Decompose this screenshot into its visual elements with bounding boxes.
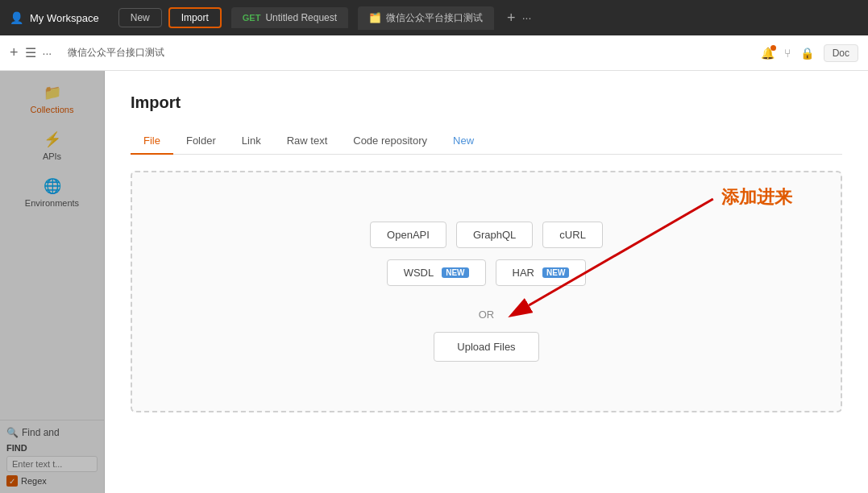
branch-icon[interactable]: ⑂ xyxy=(784,47,791,60)
method-badge: GET xyxy=(243,13,261,23)
annotation-text: 添加进来 xyxy=(721,185,792,209)
openapi-button[interactable]: OpenAPI xyxy=(370,222,446,248)
or-divider: OR xyxy=(479,309,495,321)
annotation: 添加进来 xyxy=(721,185,792,209)
tab-code-repository[interactable]: Code repository xyxy=(340,128,440,155)
format-row-2: WSDL NEW HAR NEW xyxy=(387,259,587,286)
upload-files-button[interactable]: Upload Files xyxy=(434,332,538,362)
lock-icon[interactable]: 🔒 xyxy=(800,47,814,60)
cn-second-tab[interactable]: 微信公众平台接口测试 xyxy=(58,43,174,63)
second-more-button[interactable]: ··· xyxy=(43,47,52,60)
workspace-name: My Workspace xyxy=(30,12,99,24)
tab-new[interactable]: New xyxy=(440,128,487,155)
graphql-button[interactable]: GraphQL xyxy=(456,222,533,248)
har-button[interactable]: HAR NEW xyxy=(496,259,587,286)
wsdl-new-badge: NEW xyxy=(442,267,468,278)
import-button[interactable]: Import xyxy=(168,7,222,28)
notification-dot xyxy=(770,45,776,51)
new-button[interactable]: New xyxy=(118,8,162,27)
import-modal: Import File Folder Link Raw text Code re… xyxy=(105,71,868,493)
user-icon: 👤 xyxy=(10,11,23,24)
curl-button[interactable]: cURL xyxy=(542,222,603,248)
list-view-button[interactable]: ☰ xyxy=(25,45,36,60)
top-bar: 👤 My Workspace New Import GET Untitled R… xyxy=(0,0,868,35)
add-tab-button[interactable]: + xyxy=(507,10,516,27)
drop-zone[interactable]: 添加进来 OpenAPI GraphQL cURL WSDL NEW HAR N… xyxy=(131,171,842,412)
har-new-badge: NEW xyxy=(542,267,569,278)
tab-link[interactable]: Link xyxy=(229,128,274,155)
cn-tab-title: 微信公众平台接口测试 xyxy=(386,11,483,25)
format-row-1: OpenAPI GraphQL cURL xyxy=(370,222,603,248)
modal-title: Import xyxy=(131,93,842,112)
wsdl-label: WSDL xyxy=(404,267,434,279)
doc-button[interactable]: Doc xyxy=(824,44,858,62)
tab-title: Untitled Request xyxy=(265,12,337,23)
tab-folder[interactable]: Folder xyxy=(173,128,229,155)
cn-tab[interactable]: 🗂️ 微信公众平台接口测试 xyxy=(358,6,494,30)
wsdl-button[interactable]: WSDL NEW xyxy=(387,259,486,286)
modal-tab-bar: File Folder Link Raw text Code repositor… xyxy=(131,128,842,155)
tab-file[interactable]: File xyxy=(131,128,173,155)
svg-line-1 xyxy=(529,199,713,305)
tab-more-button[interactable]: ··· xyxy=(522,11,532,24)
cn-tab-icon: 🗂️ xyxy=(369,12,381,23)
second-bar: + ☰ ··· 微信公众平台接口测试 🔔 ⑂ 🔒 Doc xyxy=(0,35,868,71)
bell-icon[interactable]: 🔔 xyxy=(761,47,775,60)
tab-raw-text[interactable]: Raw text xyxy=(274,128,341,155)
second-icons: 🔔 ⑂ 🔒 Doc xyxy=(761,44,858,62)
add-collection-button[interactable]: + xyxy=(10,44,19,61)
har-label: HAR xyxy=(513,267,534,279)
request-tab[interactable]: GET Untitled Request xyxy=(231,7,348,28)
